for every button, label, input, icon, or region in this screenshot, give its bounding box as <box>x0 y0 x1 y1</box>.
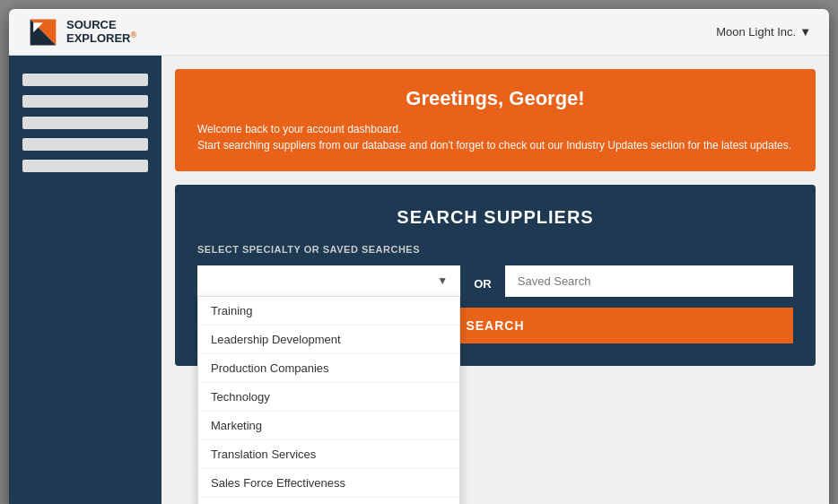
sidebar-item-3[interactable] <box>22 117 148 129</box>
dropdown-item-training[interactable]: Training <box>198 297 459 326</box>
dropdown-item-production[interactable]: Production Companies <box>198 354 459 383</box>
logo-icon <box>27 16 59 48</box>
saved-search-input[interactable] <box>505 265 793 297</box>
search-section: SEARCH SUPPLIERS SELECT SPECIALTY OR SAV… <box>175 185 816 366</box>
logo-explorer: EXPLORER® <box>66 31 136 46</box>
sidebar-item-1[interactable] <box>22 74 148 86</box>
search-section-title: SEARCH SUPPLIERS <box>197 207 793 228</box>
app-window: SOURCE EXPLORER® Moon Light Inc. ▼ <box>9 9 829 504</box>
logo-source: SOURCE <box>66 19 136 31</box>
welcome-line1: Welcome back to your account dashboard. <box>197 121 793 137</box>
specialty-dropdown-trigger[interactable]: ▼ <box>197 265 460 296</box>
sidebar <box>9 56 161 504</box>
logo-area: SOURCE EXPLORER® <box>27 16 136 48</box>
dropdown-item-translation[interactable]: Translation Services <box>198 440 459 469</box>
logo-text: SOURCE EXPLORER® <box>66 19 136 46</box>
dropdown-arrow-icon: ▼ <box>437 274 448 287</box>
user-arrow-icon: ▼ <box>799 25 811 39</box>
dropdown-item-technology[interactable]: Technology <box>198 383 459 412</box>
welcome-line2: Start searching suppliers from our datab… <box>197 137 793 153</box>
sidebar-item-4[interactable] <box>22 138 148 151</box>
or-label: OR <box>474 273 492 291</box>
main-layout: Greetings, George! Welcome back to your … <box>9 56 829 504</box>
sidebar-item-5[interactable] <box>22 160 148 172</box>
search-select-label: SELECT SPECIALTY OR SAVED SEARCHES <box>197 244 793 255</box>
sidebar-item-2[interactable] <box>22 95 148 108</box>
user-dropdown[interactable]: Moon Light Inc. ▼ <box>716 25 811 39</box>
welcome-banner: Greetings, George! Welcome back to your … <box>175 69 816 171</box>
top-bar: SOURCE EXPLORER® Moon Light Inc. ▼ <box>9 9 829 56</box>
dropdown-item-strategic[interactable]: Strategic Consulting <box>198 498 459 504</box>
specialty-dropdown-wrapper: ▼ Training Leadership Development Produc… <box>197 265 460 296</box>
user-label: Moon Light Inc. <box>716 25 796 39</box>
dropdown-item-sales[interactable]: Sales Force Effectiveness <box>198 469 459 498</box>
search-row: ▼ Training Leadership Development Produc… <box>197 265 793 297</box>
dropdown-menu: Training Leadership Development Producti… <box>197 296 460 504</box>
content-area: Greetings, George! Welcome back to your … <box>161 56 829 504</box>
dropdown-item-leadership[interactable]: Leadership Development <box>198 326 459 354</box>
dropdown-item-marketing[interactable]: Marketing <box>198 412 459 440</box>
greeting-title: Greetings, George! <box>197 87 793 110</box>
